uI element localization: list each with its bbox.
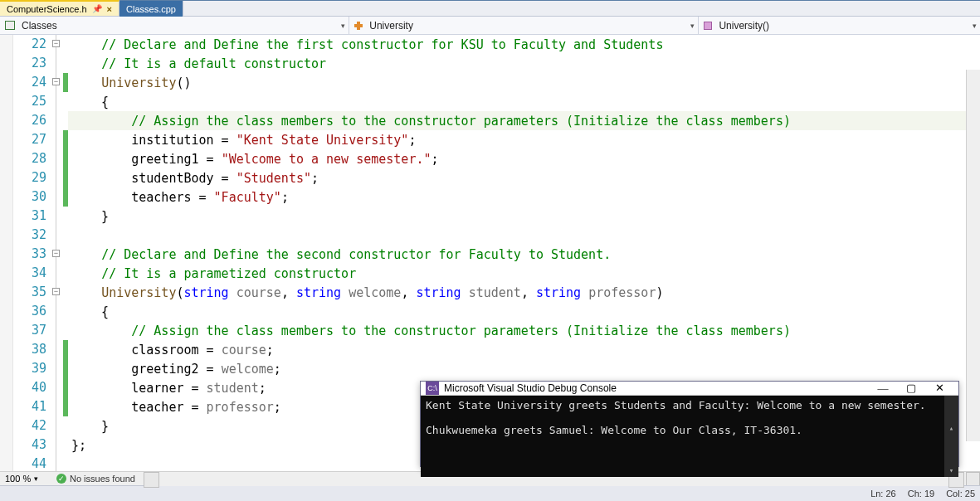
code-line[interactable] bbox=[68, 226, 980, 245]
code-line[interactable]: // Declare and Define the first construc… bbox=[68, 35, 980, 54]
line-number: 25 bbox=[13, 92, 46, 111]
zoom-value: 100 % bbox=[5, 474, 31, 484]
nav-member-label: University() bbox=[719, 20, 769, 32]
outline-cell: − bbox=[51, 73, 63, 92]
code-line[interactable]: teachers = "Faculty"; bbox=[68, 187, 980, 207]
struct-icon bbox=[354, 22, 366, 30]
split-button[interactable] bbox=[966, 472, 980, 486]
issues-text: No issues found bbox=[70, 474, 135, 484]
code-line[interactable]: // It is a parametized constructor bbox=[68, 264, 980, 283]
line-number: 42 bbox=[13, 416, 46, 435]
pin-icon[interactable]: 📌 bbox=[92, 4, 102, 13]
navigation-bar: Classes ▾ University ▾ University() ▾ bbox=[0, 17, 980, 35]
line-number: 43 bbox=[13, 435, 46, 455]
console-text: Kent State University greets Students an… bbox=[426, 399, 953, 436]
tab-label: Classes.cpp bbox=[126, 4, 176, 14]
outline-cell bbox=[51, 207, 63, 226]
outline-cell bbox=[51, 92, 63, 111]
fold-toggle[interactable]: − bbox=[52, 78, 60, 85]
outline-cell: − bbox=[51, 245, 63, 264]
code-line[interactable]: { bbox=[68, 302, 980, 321]
line-number: 32 bbox=[13, 226, 46, 245]
line-number: 29 bbox=[13, 168, 46, 187]
code-line[interactable]: classroom = course; bbox=[68, 340, 980, 359]
line-number: 36 bbox=[13, 302, 46, 321]
status-col: Col: 25 bbox=[946, 489, 975, 499]
tab-label: ComputerScience.h bbox=[7, 4, 87, 14]
zoom-dropdown[interactable]: 100 % ▾ bbox=[0, 474, 50, 484]
outline-cell bbox=[51, 378, 63, 397]
outline-cell bbox=[51, 130, 63, 149]
fold-toggle[interactable]: − bbox=[52, 250, 60, 257]
line-number: 31 bbox=[13, 207, 46, 226]
scroll-down-icon[interactable]: ▾ bbox=[944, 463, 958, 477]
outline-cell bbox=[51, 340, 63, 359]
chevron-down-icon: ▾ bbox=[690, 22, 695, 30]
outline-cell bbox=[51, 302, 63, 321]
code-line[interactable]: // Declare and Define the second constru… bbox=[68, 245, 980, 264]
nav-class-label: University bbox=[369, 20, 413, 32]
chevron-down-icon: ▾ bbox=[973, 22, 977, 30]
code-line[interactable]: greeting1 = "Welcome to a new semester."… bbox=[68, 149, 980, 168]
outline-cell bbox=[51, 455, 63, 471]
vertical-scrollbar[interactable] bbox=[966, 70, 980, 441]
outline-cell bbox=[51, 168, 63, 187]
line-number: 38 bbox=[13, 340, 46, 359]
outline-cell bbox=[51, 187, 63, 207]
close-button[interactable]: ✕ bbox=[925, 382, 953, 395]
line-number: 28 bbox=[13, 149, 46, 168]
debug-console-window[interactable]: C:\ Microsoft Visual Studio Debug Consol… bbox=[420, 381, 959, 467]
nav-member-dropdown[interactable]: University() ▾ bbox=[699, 17, 980, 34]
scroll-up-icon[interactable]: ▴ bbox=[944, 421, 958, 435]
console-titlebar[interactable]: C:\ Microsoft Visual Studio Debug Consol… bbox=[421, 382, 958, 396]
code-line[interactable]: institution = "Kent State University"; bbox=[68, 130, 980, 149]
tab-classes-cpp[interactable]: Classes.cpp bbox=[119, 1, 183, 17]
maximize-button[interactable]: ▢ bbox=[897, 382, 925, 395]
outline-cell bbox=[51, 264, 63, 283]
close-icon[interactable]: × bbox=[107, 4, 112, 14]
outline-cell bbox=[51, 359, 63, 378]
tab-computerscience-h[interactable]: ComputerScience.h 📌 × bbox=[0, 0, 119, 16]
indicator-margin bbox=[0, 35, 13, 471]
line-number: 27 bbox=[13, 130, 46, 149]
outline-cell bbox=[51, 321, 63, 340]
check-icon: ✓ bbox=[56, 474, 66, 484]
line-number: 23 bbox=[13, 54, 46, 73]
status-line: Ln: 26 bbox=[870, 489, 896, 499]
outline-margin: −−−− bbox=[51, 35, 63, 471]
outline-cell bbox=[51, 226, 63, 245]
outline-cell bbox=[51, 435, 63, 455]
line-number: 37 bbox=[13, 321, 46, 340]
code-line[interactable]: studentBody = "Students"; bbox=[68, 168, 980, 187]
nav-class-dropdown[interactable]: University ▾ bbox=[349, 17, 699, 34]
code-line[interactable]: // Assign the class members to the const… bbox=[68, 111, 980, 130]
fold-toggle[interactable]: − bbox=[52, 288, 60, 295]
code-line[interactable]: { bbox=[68, 92, 980, 111]
code-line[interactable]: University(string course, string welcome… bbox=[68, 283, 980, 302]
console-output[interactable]: Kent State University greets Students an… bbox=[421, 396, 958, 477]
line-number-gutter: 2223242526272829303132333435363738394041… bbox=[13, 35, 51, 471]
code-line[interactable]: // Assign the class members to the const… bbox=[68, 321, 980, 340]
minimize-button[interactable]: — bbox=[869, 382, 897, 395]
code-line[interactable]: greeting2 = welcome; bbox=[68, 359, 980, 378]
chevron-down-icon: ▾ bbox=[341, 22, 345, 30]
outline-cell bbox=[51, 111, 63, 130]
status-char: Ch: 19 bbox=[908, 489, 934, 499]
outline-cell bbox=[51, 149, 63, 168]
line-number: 40 bbox=[13, 378, 46, 397]
code-line[interactable]: } bbox=[68, 207, 980, 226]
console-vertical-scrollbar[interactable]: ▴ ▾ bbox=[944, 396, 958, 477]
nav-scope-dropdown[interactable]: Classes ▾ bbox=[0, 17, 349, 34]
outline-cell bbox=[51, 416, 63, 435]
code-line[interactable]: // It is a default constructor bbox=[68, 54, 980, 73]
class-icon bbox=[5, 21, 18, 30]
issues-indicator[interactable]: ✓ No issues found bbox=[50, 474, 142, 484]
outline-cell: − bbox=[51, 35, 63, 54]
status-bar: Ln: 26 Ch: 19 Col: 25 bbox=[0, 485, 980, 501]
fold-toggle[interactable]: − bbox=[52, 40, 60, 47]
line-number: 30 bbox=[13, 187, 46, 207]
code-line[interactable]: University() bbox=[68, 73, 980, 92]
line-number: 26 bbox=[13, 111, 46, 130]
console-icon: C:\ bbox=[426, 382, 439, 395]
line-number: 34 bbox=[13, 264, 46, 283]
